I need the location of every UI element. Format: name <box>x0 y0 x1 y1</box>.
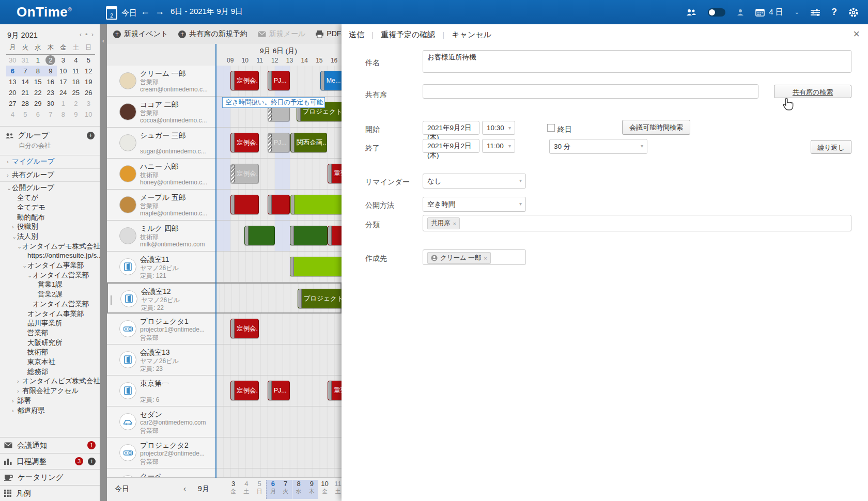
schedule-row-プロジェクタ2[interactable]: プロジェクタ2projector2@ontimede...営業部 <box>107 437 342 468</box>
tree-item-品川事業所[interactable]: 品川事業所 <box>0 319 100 328</box>
send-button[interactable]: 送信 <box>349 30 364 40</box>
minical-day[interactable]: 22 <box>32 87 44 98</box>
repeat-button[interactable]: 繰り返し <box>811 140 851 154</box>
all-day-checkbox[interactable] <box>547 124 555 132</box>
toolbar-button-PDF出力[interactable]: PDF出力 <box>316 29 342 39</box>
strip-day-9[interactable]: 9木 <box>305 480 318 499</box>
tree-item-マイグループ[interactable]: ›マイグループ <box>0 155 100 167</box>
chevron-down-icon[interactable]: ⌄ <box>795 9 799 15</box>
close-icon[interactable]: × <box>853 28 860 40</box>
tree-item-全てが[interactable]: 全てが <box>0 193 100 203</box>
strip-day-6[interactable]: 6月 <box>266 480 280 499</box>
start-time-select[interactable]: 10:30▾ <box>482 121 515 135</box>
event-block[interactable]: 定例会... <box>230 319 259 338</box>
minical-day[interactable]: 30 <box>6 55 19 66</box>
strip-day-5[interactable]: 5日 <box>253 480 266 495</box>
event-block[interactable]: 重要3 <box>328 164 342 183</box>
event-block[interactable]: プロジェクトX <box>298 289 342 308</box>
minical-day[interactable]: 9 <box>70 109 83 120</box>
minical-day[interactable]: 10 <box>57 66 70 76</box>
minical-day[interactable]: 8 <box>32 66 44 76</box>
event-block[interactable] <box>290 195 342 214</box>
sidebar-section-凡例[interactable]: 凡例 <box>0 485 100 501</box>
tree-item-全てデモ[interactable]: 全てデモ <box>0 203 100 213</box>
tree-item-オンタイム営業部[interactable]: ⌄オンタイム営業部 <box>0 271 100 280</box>
remove-tag-icon[interactable]: × <box>453 221 456 227</box>
minical-day[interactable]: 26 <box>82 87 95 98</box>
minical-day[interactable]: 14 <box>19 76 32 87</box>
minical-day[interactable]: 6 <box>6 66 19 76</box>
minical-day[interactable]: 19 <box>82 76 95 87</box>
tree-item-https://ontimesuite.jp/s...[interactable]: https://ontimesuite.jp/s... <box>0 251 100 261</box>
schedule-row-プロジェクタ1[interactable]: プロジェクタ1projector1@ontimede...営業部定例会... <box>107 314 342 345</box>
schedule-row-会議室13[interactable]: 会議室13ヤマノ26ビル定員: 23 <box>107 345 342 375</box>
schedule-row-東京第一[interactable]: 東京第一定員: 6定例会...PJ...重要3 <box>107 375 342 406</box>
subject-input[interactable]: お客様近所待機 <box>423 50 851 73</box>
minical-day[interactable]: 9 <box>44 66 57 76</box>
check-duplicates-button[interactable]: 重複予定の確認 <box>381 30 435 40</box>
toolbar-button-共有席の新規予約[interactable]: +共有席の新規予約 <box>178 29 247 39</box>
schedule-row-セダン[interactable]: セダンcar2@ontimedemo.com営業部 <box>107 406 342 437</box>
tree-item-営業部[interactable]: 営業部 <box>0 328 100 338</box>
tree-item-役職別[interactable]: ›役職別 <box>0 222 100 232</box>
tree-item-オンタイムビズ株式会社[interactable]: ›オンタイムビズ株式会社 <box>0 377 100 386</box>
minical-day[interactable]: 3 <box>82 98 95 109</box>
minical-day[interactable]: 5 <box>82 55 95 66</box>
event-block[interactable]: 定例会... <box>230 164 259 183</box>
minical-day[interactable]: 10 <box>82 109 95 120</box>
schedule-row-会議室11[interactable]: 会議室11ヤマノ26ビル定員: 121 <box>107 252 342 283</box>
end-time-select[interactable]: 11:00▾ <box>482 139 515 153</box>
filter-settings-icon[interactable] <box>811 9 820 16</box>
schedule-row-シュガー 三郎[interactable]: シュガー 三郎sugar@ontimedemo.c...定例会...PJ...関… <box>107 128 342 159</box>
minical-day[interactable]: 23 <box>44 87 57 98</box>
tree-item-オンタイムデモ株式会社[interactable]: ⌄オンタイムデモ株式会社 <box>0 242 100 252</box>
strip-today-button[interactable]: 今日 <box>115 484 129 494</box>
minical-day[interactable]: 21 <box>19 87 32 98</box>
start-date-input[interactable]: 2021年9月2日 (木) <box>423 121 479 135</box>
tree-item-共有グループ[interactable]: ›共有グループ <box>0 168 100 180</box>
minical-day[interactable]: 24 <box>57 87 70 98</box>
row-checkbox[interactable] <box>111 296 112 305</box>
event-block[interactable]: 関西企画... <box>290 133 327 152</box>
minical-day[interactable]: 12 <box>82 66 95 76</box>
minical-day[interactable]: 15 <box>32 76 44 87</box>
minical-day[interactable]: 8 <box>57 109 70 120</box>
owner-field[interactable]: クリーム 一郎× <box>423 249 526 265</box>
minical-next-icon[interactable]: › <box>91 30 94 40</box>
minical-day[interactable]: 4 <box>6 109 19 120</box>
event-block[interactable] <box>244 226 275 245</box>
tree-item-公開グループ[interactable]: ⌄公開グループ <box>0 181 100 193</box>
schedule-row-ミルク 四郎[interactable]: ミルク 四郎技術部milk@ontimedemo.com <box>107 221 342 252</box>
minical-day[interactable]: 3 <box>57 55 70 66</box>
remove-tag-icon[interactable]: × <box>484 255 487 261</box>
category-field[interactable]: 共用席× <box>423 215 851 231</box>
add-button[interactable]: + <box>88 458 96 465</box>
tree-item-都道府県[interactable]: ›都道府県 <box>0 406 100 416</box>
schedule-row-会議室12[interactable]: 会議室12ヤマノ26ビル定員: 22プロジェクトX <box>107 283 342 314</box>
schedule-row-ハニー 六郎[interactable]: ハニー 六郎技術部honey@ontimedemo.c...定例会...重要3 <box>107 159 342 190</box>
schedule-row-ココア 二郎[interactable]: ココア 二郎営業部cocoa@ontimedemo.c...プロジェクトX空き時… <box>107 97 342 128</box>
minical-day[interactable]: 20 <box>6 87 19 98</box>
sidebar-section-会議通知[interactable]: 会議通知1 <box>0 437 100 453</box>
view-mode-selector[interactable]: 4 日 <box>755 7 783 17</box>
minical-day[interactable]: 7 <box>44 109 57 120</box>
tree-item-営業1課[interactable]: 営業1課 <box>0 280 100 290</box>
minical-day[interactable]: 16 <box>44 76 57 87</box>
strip-day-11[interactable]: 11土 <box>331 480 342 495</box>
event-block[interactable] <box>328 226 342 245</box>
strip-day-8[interactable]: 8水 <box>292 480 305 499</box>
tree-item-営業2課[interactable]: 営業2課 <box>0 290 100 300</box>
event-block[interactable]: 定例会... <box>230 71 259 90</box>
minical-day[interactable]: 18 <box>70 76 83 87</box>
visibility-select[interactable]: 空き時間▾ <box>423 197 526 212</box>
event-block[interactable]: PJ... <box>268 133 290 152</box>
sidebar-section-ケータリング[interactable]: ケータリング <box>0 469 100 485</box>
tree-item-有限会社アクセル[interactable]: ›有限会社アクセル <box>0 386 100 396</box>
sidebar-collapse-strip[interactable]: ‹ <box>100 24 107 501</box>
event-block[interactable]: 定例会... <box>230 381 259 400</box>
meeting-time-search-button[interactable]: 会議可能時間検索 <box>622 120 690 135</box>
end-date-input[interactable]: 2021年9月2日 (木) <box>423 139 479 153</box>
minical-day[interactable]: 11 <box>70 66 83 76</box>
minical-day[interactable]: 29 <box>32 98 44 109</box>
minical-day[interactable]: 31 <box>19 55 32 66</box>
